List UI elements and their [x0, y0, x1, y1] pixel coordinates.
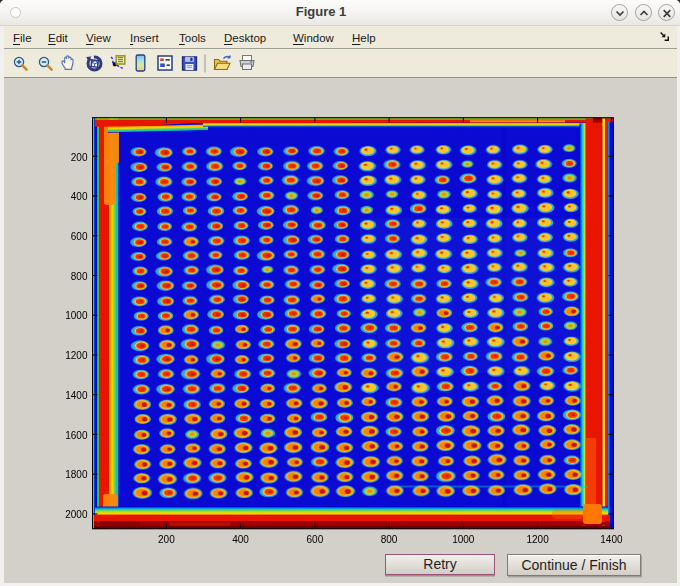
svg-text:1600: 1600: [65, 430, 88, 441]
svg-text:1800: 1800: [65, 469, 88, 480]
svg-text:1200: 1200: [65, 350, 88, 361]
svg-text:600: 600: [307, 534, 324, 545]
svg-text:400: 400: [232, 534, 249, 545]
svg-text:1200: 1200: [526, 534, 549, 545]
svg-text:1400: 1400: [65, 390, 88, 401]
svg-text:1000: 1000: [452, 534, 475, 545]
svg-text:200: 200: [71, 152, 88, 163]
svg-text:1400: 1400: [600, 534, 623, 545]
svg-text:800: 800: [71, 271, 88, 282]
svg-text:600: 600: [71, 231, 88, 242]
svg-text:400: 400: [71, 191, 88, 202]
svg-text:200: 200: [158, 534, 175, 545]
svg-text:800: 800: [381, 534, 398, 545]
svg-text:1000: 1000: [65, 310, 88, 321]
svg-text:2000: 2000: [65, 509, 88, 520]
